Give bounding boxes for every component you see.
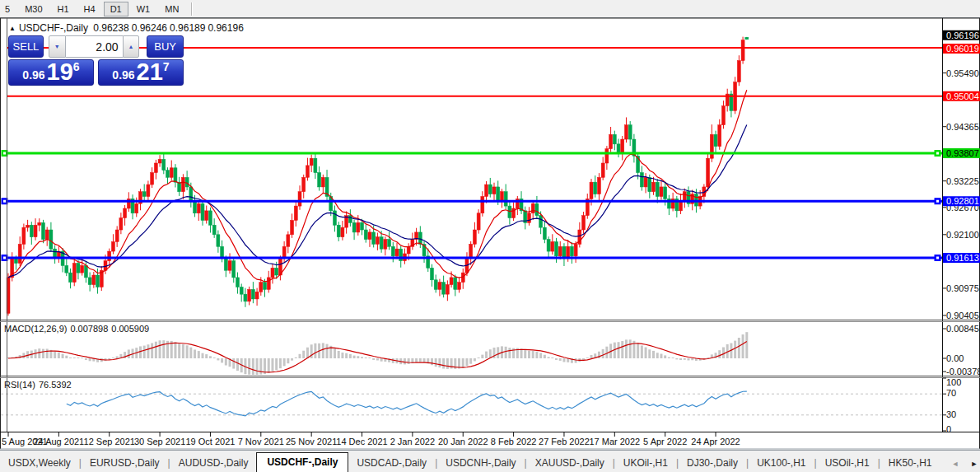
chart-tab-bar: USDX,Weekly|EURUSD-,Daily|AUDUSD-,DailyU… [0, 450, 980, 472]
chart-tab-dj30-daily[interactable]: DJ30-,Daily [679, 454, 746, 472]
svg-text:17 Mar 2022: 17 Mar 2022 [589, 437, 640, 446]
chart-tab-usdcad-daily[interactable]: USDCAD-,Daily [348, 454, 435, 472]
sell-price-main: 19 [47, 62, 73, 83]
chart-tab-hk50-h1[interactable]: HK50-,H1 [880, 454, 940, 472]
svg-text:12 Sep 2021: 12 Sep 2021 [84, 437, 135, 446]
trading-platform-window: 5M30H1H4D1W1MN 0.954900.943650.932250.92… [0, 0, 980, 472]
ohlc-close: 0.96196 [208, 22, 243, 34]
svg-text:20 Jan 2022: 20 Jan 2022 [438, 437, 488, 446]
macd-name: MACD(12,26,9) [4, 324, 67, 334]
one-click-trade-panel: SELL ▼ 2.00 ▲ BUY 0.96 19 6 0.96 21 7 [8, 35, 184, 86]
svg-text:30: 30 [946, 409, 956, 419]
buy-button[interactable]: BUY [147, 35, 184, 58]
svg-text:5 Apr 2022: 5 Apr 2022 [643, 437, 687, 446]
ohlc-low: 0.96189 [170, 22, 205, 34]
chart-title: ▲USDCHF-,Daily 0.962380.962460.961890.96… [9, 22, 246, 34]
svg-text:0.93807: 0.93807 [946, 148, 979, 158]
rsi-indicator-label: RSI(14)76.5392 [4, 380, 75, 390]
buy-price-pipette: 7 [163, 61, 170, 72]
rsi-name: RSI(14) [4, 380, 35, 390]
svg-text:19 Oct 2021: 19 Oct 2021 [185, 437, 235, 446]
svg-text:0.008455: 0.008455 [946, 324, 980, 334]
svg-text:24 Apr 2022: 24 Apr 2022 [691, 437, 740, 446]
sell-price-pipette: 6 [73, 61, 80, 72]
svg-text:0.96019: 0.96019 [946, 44, 979, 54]
sell-price-button[interactable]: 0.96 19 6 [8, 59, 94, 86]
ohlc-open: 0.96238 [93, 22, 128, 34]
buy-price-prefix: 0.96 [112, 69, 134, 83]
svg-text:0.00: 0.00 [946, 353, 964, 363]
sell-button[interactable]: SELL [8, 35, 44, 58]
svg-text:25 Nov 2021: 25 Nov 2021 [286, 437, 337, 446]
tab-scroll-left-icon[interactable]: ◄ [951, 460, 959, 468]
macd-value-1: 0.007898 [70, 324, 108, 334]
svg-text:0: 0 [946, 424, 951, 434]
svg-text:30 Sep 2021: 30 Sep 2021 [134, 437, 185, 446]
svg-text:8 Feb 2022: 8 Feb 2022 [491, 437, 537, 446]
svg-text:100: 100 [946, 377, 961, 387]
rsi-value: 76.5392 [39, 380, 72, 390]
svg-text:0.92801: 0.92801 [946, 196, 979, 206]
svg-text:0.94365: 0.94365 [946, 122, 979, 132]
svg-text:0.93225: 0.93225 [946, 176, 979, 186]
symbol-triangle-icon: ▲ [9, 25, 16, 32]
svg-text:0.92100: 0.92100 [946, 230, 979, 240]
volume-decrease-button[interactable]: ▼ [49, 35, 66, 58]
svg-text:14 Dec 2021: 14 Dec 2021 [336, 437, 387, 446]
svg-text:70: 70 [946, 388, 956, 398]
chart-tab-usdcnh-daily[interactable]: USDCNH-,Daily [437, 454, 524, 472]
price-axis: 0.954900.943650.932250.926700.921000.909… [943, 30, 980, 434]
chart-tab-xauusd-daily[interactable]: XAUUSD-,Daily [527, 454, 613, 472]
chart-tab-usdx-weekly[interactable]: USDX,Weekly [0, 454, 79, 472]
svg-text:2 Jan 2022: 2 Jan 2022 [390, 437, 435, 446]
svg-text:0.96196: 0.96196 [946, 30, 979, 40]
svg-text:-0.003783: -0.003783 [946, 367, 980, 376]
macd-value-2: 0.005909 [111, 324, 149, 334]
volume-increase-button[interactable]: ▲ [123, 35, 140, 58]
svg-text:0.90405: 0.90405 [946, 311, 979, 320]
chart-tab-ukoil-h1[interactable]: UKOil-,H1 [615, 454, 676, 472]
volume-input[interactable]: 2.00 [66, 35, 123, 58]
svg-text:24 Aug 2021: 24 Aug 2021 [33, 437, 84, 446]
macd-indicator-label: MACD(12,26,9)0.0078980.005909 [4, 324, 152, 334]
svg-text:0.95490: 0.95490 [946, 68, 979, 78]
chart-tab-audusd-daily[interactable]: AUDUSD-,Daily [170, 454, 257, 472]
chart-tab-usdchf-daily[interactable]: USDCHF-,Daily [256, 452, 348, 472]
svg-text:27 Feb 2022: 27 Feb 2022 [539, 437, 590, 446]
svg-text:0.91613: 0.91613 [946, 253, 979, 263]
chart-symbol: USDCHF-,Daily [19, 22, 88, 34]
buy-price-button[interactable]: 0.96 21 7 [98, 59, 184, 86]
chart-tab-usoil-h1[interactable]: USOil-,H1 [817, 454, 878, 472]
ohlc-high: 0.96246 [132, 22, 167, 34]
svg-text:0.95004: 0.95004 [946, 91, 979, 101]
sell-price-prefix: 0.96 [22, 69, 44, 83]
svg-text:0.90975: 0.90975 [946, 283, 979, 293]
chart-tab-eurusd-daily[interactable]: EURUSD-,Daily [82, 454, 168, 472]
tab-scroll-right-icon[interactable]: ► [970, 460, 978, 468]
svg-text:7 Nov 2021: 7 Nov 2021 [238, 437, 284, 446]
chart-tab-uk100-h1[interactable]: UK100-,H1 [749, 454, 814, 472]
buy-price-main: 21 [137, 62, 163, 83]
